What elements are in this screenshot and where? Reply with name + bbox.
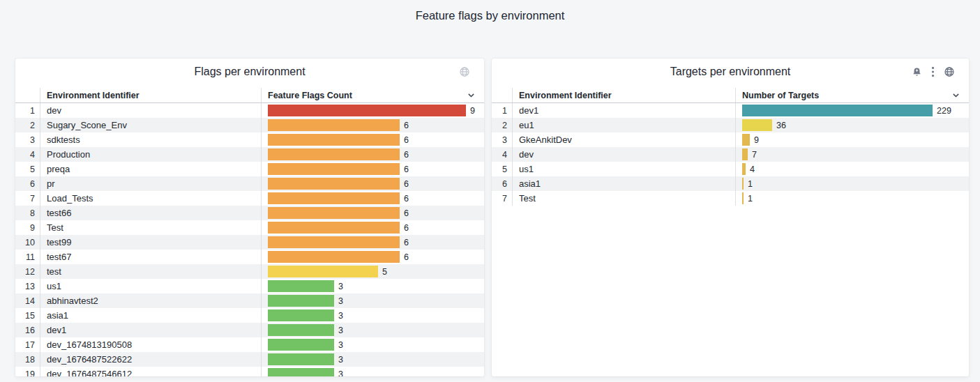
chevron-down-icon[interactable] — [467, 91, 476, 100]
bar-cell: 9 — [736, 132, 969, 147]
column-header-value[interactable]: Feature Flags Count — [262, 88, 484, 102]
bar-cell: 3 — [262, 323, 484, 337]
value-label: 3 — [338, 296, 343, 306]
value-label: 6 — [404, 238, 409, 247]
bar-cell: 3 — [262, 337, 484, 352]
value-label: 9 — [470, 106, 475, 116]
globe-icon[interactable] — [459, 66, 470, 77]
table-row: 3sdktests6 — [15, 132, 484, 147]
table-row: 18dev_16764875226223 — [15, 352, 484, 367]
panel-title: Flags per environment — [15, 59, 484, 78]
value-bar — [268, 207, 400, 219]
column-header-environment[interactable]: Environment Identifier — [513, 88, 736, 102]
bar-cell: 3 — [262, 293, 484, 308]
row-index: 13 — [15, 279, 40, 293]
row-index: 14 — [15, 293, 40, 308]
value-label: 9 — [754, 135, 759, 145]
value-label: 6 — [404, 223, 409, 233]
environment-name: Test — [40, 220, 262, 235]
bar-cell: 3 — [262, 352, 484, 367]
value-bar — [742, 119, 772, 131]
value-bar — [742, 148, 748, 160]
environment-name: preqa — [40, 162, 262, 176]
environment-name: asia1 — [40, 308, 262, 323]
table-row: 14abhinavtest23 — [15, 293, 484, 308]
environment-name: dev — [513, 147, 736, 162]
globe-icon[interactable] — [944, 66, 955, 77]
column-header-value[interactable]: Number of Targets — [736, 88, 969, 102]
environment-name: test67 — [40, 250, 262, 264]
bar-cell: 6 — [262, 118, 484, 132]
table-row: 13us13 — [15, 279, 484, 293]
table-row: 2Sugary_Scone_Env6 — [15, 118, 484, 132]
environment-name: abhinavtest2 — [40, 293, 262, 308]
environment-name: dev — [40, 103, 262, 118]
table-row: 5preqa6 — [15, 162, 484, 176]
row-index: 1 — [492, 103, 513, 118]
bar-cell: 6 — [262, 176, 484, 191]
bar-cell: 3 — [262, 279, 484, 293]
column-header-environment[interactable]: Environment Identifier — [40, 88, 262, 102]
value-bar — [268, 324, 334, 336]
value-label: 3 — [338, 355, 343, 365]
panel-title: Targets per environment — [492, 59, 969, 78]
environment-name: dev1 — [40, 323, 262, 337]
bar-cell: 6 — [262, 191, 484, 206]
bar-cell: 6 — [262, 147, 484, 162]
environment-name: us1 — [40, 279, 262, 293]
value-bar — [268, 105, 466, 116]
row-index: 19 — [15, 367, 40, 376]
bell-plus-icon[interactable] — [912, 67, 922, 77]
environment-name: Sugary_Scone_Env — [40, 118, 262, 132]
value-label: 6 — [404, 208, 409, 218]
value-label: 3 — [338, 326, 343, 335]
row-index: 10 — [15, 235, 40, 250]
table-row: 5us14 — [492, 162, 969, 176]
value-bar — [742, 192, 744, 204]
row-index: 15 — [15, 308, 40, 323]
table-row: 19dev_16764875466123 — [15, 367, 484, 376]
bar-cell: 3 — [262, 308, 484, 323]
panel-header: Targets per environment — [492, 59, 969, 88]
row-index: 7 — [15, 191, 40, 206]
bar-cell: 7 — [736, 147, 969, 162]
table-row: 8test666 — [15, 206, 484, 220]
column-header-value-label: Feature Flags Count — [268, 91, 352, 100]
row-index: 6 — [15, 176, 40, 191]
value-label: 6 — [404, 135, 409, 145]
row-index: 3 — [492, 132, 513, 147]
value-bar — [268, 236, 400, 248]
bar-cell: 36 — [736, 118, 969, 132]
value-bar — [268, 280, 334, 292]
row-index: 1 — [15, 103, 40, 118]
value-label: 6 — [404, 252, 409, 262]
table-row: 6asia11 — [492, 176, 969, 191]
value-label: 7 — [752, 150, 757, 160]
value-bar — [268, 134, 400, 146]
environment-name: dev_1676487546612 — [40, 367, 262, 376]
table-header-row: Environment Identifier Number of Targets — [492, 88, 969, 103]
table-row: 16dev13 — [15, 323, 484, 337]
row-index: 4 — [492, 147, 513, 162]
table-row: 1dev1229 — [492, 103, 969, 118]
kebab-menu-icon[interactable] — [931, 66, 935, 77]
value-label: 3 — [338, 282, 343, 291]
value-bar — [742, 105, 933, 116]
chevron-down-icon[interactable] — [951, 91, 960, 100]
environment-name: GkeAnkitDev — [513, 132, 736, 147]
bar-cell: 6 — [262, 235, 484, 250]
bar-cell: 9 — [262, 103, 484, 118]
bar-cell: 4 — [736, 162, 969, 176]
value-bar — [742, 134, 750, 146]
column-header-value-label: Number of Targets — [742, 91, 819, 100]
panel-targets-per-environment: Targets per environment — [492, 59, 969, 376]
value-bar — [268, 310, 334, 321]
value-label: 36 — [776, 121, 786, 130]
row-number-header — [15, 88, 40, 102]
table-body: 1dev12292eu1363GkeAnkitDev94dev75us146as… — [492, 103, 969, 376]
value-bar — [268, 163, 400, 175]
row-index: 3 — [15, 132, 40, 147]
value-bar — [742, 163, 746, 175]
panel-flags-per-environment: Flags per environment Environment Identi… — [15, 59, 484, 376]
row-index: 8 — [15, 206, 40, 220]
